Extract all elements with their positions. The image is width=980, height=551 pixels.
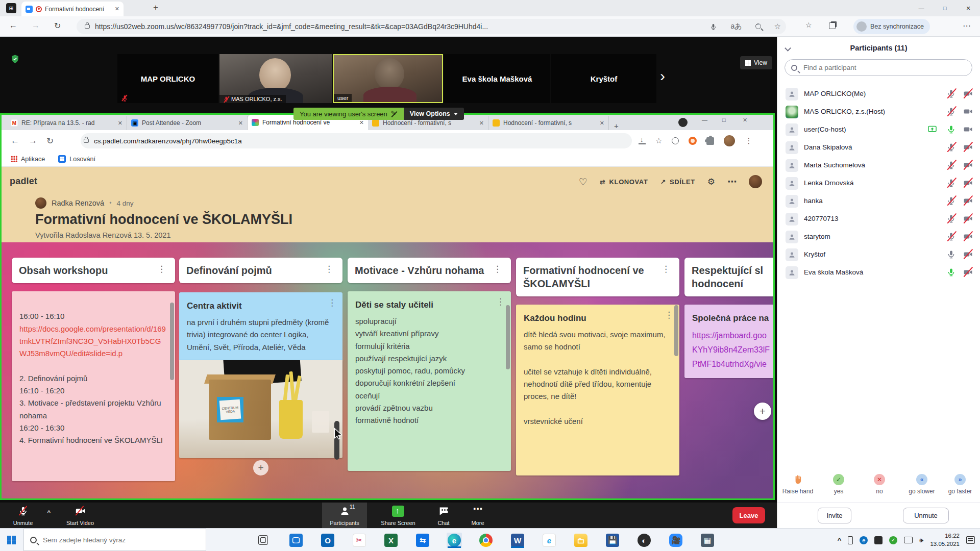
minimize-button[interactable]: —: [910, 0, 933, 16]
reading-list-icon[interactable]: [672, 137, 679, 144]
go-faster-button[interactable]: » go faster: [940, 474, 980, 495]
taskbar-app-save[interactable]: 💾: [605, 533, 620, 548]
card-menu-icon[interactable]: ⋮: [494, 296, 507, 307]
participant-row[interactable]: Lenka Drnovská: [777, 174, 980, 192]
column-header[interactable]: Formativní hodnocení ve ŠKOLAMYŠLI ⋮: [516, 258, 679, 296]
taskbar-search[interactable]: [23, 529, 206, 551]
taskbar-app-remote[interactable]: 🖵: [288, 533, 304, 548]
view-button[interactable]: View: [740, 56, 772, 69]
bookmark-star-icon[interactable]: ☆: [655, 136, 662, 145]
taskbar-app-edge[interactable]: e: [447, 533, 462, 548]
taskbar-app-opera[interactable]: ◐: [636, 533, 652, 548]
chrome-tab[interactable]: M RE: Příprava na 13.5. - rad ✕: [7, 116, 127, 130]
search-input[interactable]: [802, 63, 945, 72]
taskbar-app-excel[interactable]: X: [383, 533, 399, 548]
url-text[interactable]: cs.padlet.com/radkarenzova/phj70hw0eegp5…: [94, 137, 242, 145]
column-scrollbar[interactable]: [170, 303, 174, 380]
forward-icon[interactable]: →: [32, 21, 40, 30]
taskbar-app-explorer[interactable]: 🗀: [573, 533, 589, 548]
active-speaker-tile[interactable]: user: [333, 54, 443, 103]
chrome-close-icon[interactable]: ✕: [743, 117, 747, 123]
taskbar-app-word[interactable]: W: [510, 533, 525, 548]
column-scrollbar[interactable]: [506, 305, 510, 369]
back-icon[interactable]: ←: [11, 136, 19, 146]
address-bar[interactable]: https://us02web.zoom.us/wc/86324997709/j…: [77, 19, 786, 34]
chrome-restore-icon[interactable]: □: [722, 117, 726, 123]
display-icon[interactable]: [904, 537, 913, 543]
taskbar-app-outlook[interactable]: O: [320, 533, 335, 548]
video-tile[interactable]: Kryštof: [551, 54, 656, 103]
participant-row[interactable]: hanka: [777, 192, 980, 210]
audio-options-chevron[interactable]: ^: [47, 509, 51, 516]
leave-button[interactable]: Leave: [732, 507, 765, 523]
translate-icon[interactable]: aあ: [730, 22, 742, 31]
participant-row[interactable]: Dana Skipalová: [777, 139, 980, 157]
card-menu-icon[interactable]: ⋮: [663, 310, 675, 320]
padlet-card[interactable]: ⋮ Děti se staly učiteli spolupracují vyt…: [348, 291, 511, 471]
security-shield-icon[interactable]: [10, 54, 20, 64]
share-button[interactable]: ↗ SDÍLET: [660, 178, 695, 186]
participant-row[interactable]: 420770713: [777, 210, 980, 228]
profile-button[interactable]: Bez synchronizace: [853, 19, 930, 34]
chat-button[interactable]: Chat: [429, 503, 458, 528]
tab-close-icon[interactable]: ✕: [479, 120, 484, 127]
card-link[interactable]: https://docs.google.com/presentation/d/1…: [19, 323, 167, 360]
antivirus-icon[interactable]: ✓: [889, 536, 897, 544]
taskbar-app-snip[interactable]: ✂: [352, 533, 367, 548]
participant-row[interactable]: starytom: [777, 228, 980, 246]
extension-orange-icon[interactable]: [689, 137, 697, 145]
column-menu-icon[interactable]: ⋮: [491, 264, 504, 274]
padlet-logo[interactable]: padlet: [10, 176, 37, 187]
edge-menu-icon[interactable]: ⋯: [963, 21, 971, 31]
column-menu-icon[interactable]: ⋮: [323, 264, 335, 274]
edge-tab[interactable]: Formativní hodnocení ✕: [21, 2, 124, 16]
view-options-button[interactable]: View Options: [404, 108, 464, 120]
new-tab-button[interactable]: +: [153, 3, 158, 13]
unmute-button[interactable]: Unmute: [7, 503, 39, 528]
add-post-button[interactable]: +: [253, 460, 268, 475]
column-menu-icon[interactable]: ⋮: [155, 264, 168, 274]
chrome-new-tab-icon[interactable]: +: [614, 121, 619, 130]
more-button[interactable]: ⋯ More: [463, 503, 492, 528]
column-header[interactable]: Respektující sl hodnocení: [684, 258, 773, 296]
back-icon[interactable]: ←: [9, 21, 17, 30]
user-avatar[interactable]: [749, 175, 762, 188]
column-scrollbar[interactable]: [674, 305, 678, 356]
tab-close-icon[interactable]: ✕: [115, 6, 119, 12]
no-button[interactable]: ✕ no: [859, 474, 900, 495]
start-video-button[interactable]: Start Video: [60, 503, 100, 528]
card-image[interactable]: CENTRUM VĚDA: [179, 360, 342, 458]
video-tile[interactable]: MAS ORLICKO, z.s.: [219, 54, 332, 103]
add-column-button[interactable]: +: [754, 403, 771, 420]
taskbar-app-chrome[interactable]: [478, 533, 494, 548]
raise-hand-button[interactable]: Raise hand: [777, 474, 818, 495]
download-icon[interactable]: [639, 137, 646, 144]
tab-close-icon[interactable]: ✕: [238, 120, 243, 127]
nvidia-icon[interactable]: [874, 536, 883, 544]
maximize-button[interactable]: □: [933, 0, 957, 16]
go-slower-button[interactable]: « go slower: [901, 474, 942, 495]
collections-icon[interactable]: [829, 22, 836, 29]
tab-close-icon[interactable]: ✕: [600, 120, 604, 127]
refresh-icon[interactable]: ↻: [46, 136, 54, 146]
chrome-tab[interactable]: Hodnocení - formativní, s ✕: [488, 116, 609, 130]
start-button[interactable]: [7, 536, 16, 544]
forward-icon[interactable]: →: [29, 136, 37, 146]
chrome-menu-icon[interactable]: ⋮: [745, 136, 752, 145]
participant-row[interactable]: user(Co-host): [777, 121, 980, 139]
taskbar-app-teamviewer[interactable]: ⇆: [415, 533, 430, 548]
padlet-card[interactable]: ⋮ Každou hodinu dítě hledá svou motivaci…: [516, 305, 679, 475]
zoom-out-icon[interactable]: [755, 22, 761, 31]
tray-expand-icon[interactable]: ^: [838, 536, 842, 544]
video-tile[interactable]: Eva škola Mašková: [444, 54, 550, 103]
settings-gear-icon[interactable]: ⚙: [707, 177, 715, 187]
taskbar-app-calculator[interactable]: ▦: [700, 533, 715, 548]
phone-link-icon[interactable]: [848, 536, 853, 544]
participant-search[interactable]: [785, 59, 972, 76]
chrome-profile-icon[interactable]: [678, 118, 688, 127]
participant-row[interactable]: Kryštof: [777, 246, 980, 264]
column-header[interactable]: Definování pojmů ⋮: [179, 258, 342, 283]
yes-button[interactable]: ✓ yes: [818, 474, 859, 495]
chrome-avatar[interactable]: [724, 135, 735, 146]
bookmark-item[interactable]: Losování: [58, 155, 95, 163]
